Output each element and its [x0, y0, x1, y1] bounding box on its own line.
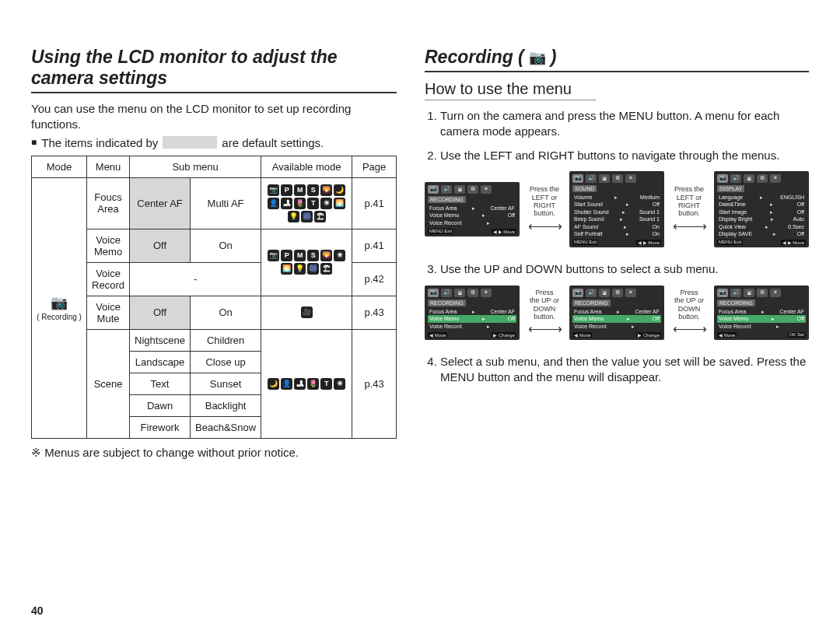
- lcd-row: Display SAVE▸Off: [717, 230, 806, 237]
- mode-chip-icon: S: [307, 250, 319, 261]
- th-mode: Mode: [32, 156, 87, 177]
- arrow-lr-icon: ⟵⟶: [670, 219, 708, 233]
- lcd-footer: MENU Exit◀ ▶ Move: [572, 240, 661, 245]
- scene-3-0: Dawn: [130, 394, 191, 416]
- scene-1-0: Landscape: [130, 351, 191, 373]
- mode-chip-icon: 🎥: [301, 306, 313, 318]
- mode-chip-icon: 🌅: [334, 198, 345, 209]
- lcd-row: Shutter Sound▸Sound 1: [572, 208, 661, 215]
- steps-list: Turn on the camera and press the MENU bu…: [425, 108, 809, 163]
- arrow-hint-lr: Press the LEFT or RIGHT button. ⟵⟶: [670, 185, 708, 233]
- lcd-panel-title: DISPLAY: [717, 185, 744, 192]
- steps-list-2: Use the UP and DOWN buttons to select a …: [425, 261, 809, 277]
- lcd-recording-sel: 📷🔊🖥⚙✶RECORDINGFocus Area▸Center AFVoice …: [425, 285, 520, 340]
- right-heading-text: Recording (: [425, 47, 524, 68]
- lcd-tab-icon: 🖥: [599, 174, 610, 183]
- scene-available: 🌙👤🏞🌷T☀: [261, 329, 352, 438]
- settings-table: Mode Menu Sub menu Available mode Page 📷…: [31, 156, 397, 439]
- lcd-row: Voice Record▸: [428, 323, 516, 330]
- lcd-tab-icon: ⚙: [757, 289, 768, 297]
- arrow-hint-lr: Press the LEFT or RIGHT button. ⟵⟶: [526, 185, 563, 233]
- lcd-tab-icon: 📷: [717, 289, 728, 297]
- page-number: 40: [31, 604, 44, 617]
- lcd-tab-icon: 📷: [428, 289, 439, 297]
- arrow-lr-icon: ⟵⟶: [670, 322, 708, 336]
- lcd-tab-icon: ⚙: [467, 185, 478, 194]
- mode-chip-icon: ⛱: [314, 211, 326, 222]
- right-heading-close: ): [551, 47, 557, 68]
- lcd-tab-icon: 🖥: [454, 289, 465, 297]
- lcd-row: AF Sound▸On: [572, 223, 661, 230]
- arrow-hint-ud: Press the UP or DOWN button. ⟵⟶: [670, 289, 708, 337]
- bullet-square-icon: ■: [31, 137, 37, 148]
- focus-area-page: p.41: [352, 177, 397, 229]
- lcd-recording: 📷🔊🖥⚙✶RECORDINGFocus Area▸Center AFVoice …: [425, 182, 520, 236]
- right-heading: Recording ( 📷 ): [425, 47, 809, 72]
- lcd-row: Volume▸Medium: [572, 194, 661, 201]
- default-settings-note: ■ The items indicated by are default set…: [31, 136, 397, 149]
- lcd-footer: MENU Exit◀ ▶ Move: [428, 229, 516, 234]
- lcd-tab-icon: 🖥: [454, 185, 465, 194]
- mode-label: ( Recording ): [37, 313, 82, 321]
- default-note-pre: The items indicated by: [41, 136, 158, 149]
- lcd-row: Start Sound▸Off: [572, 201, 661, 208]
- lcd-tab-icon: 🔊: [441, 289, 452, 297]
- arrow-hint-lr-text: Press the LEFT or RIGHT button.: [526, 185, 563, 217]
- voice-mute-available: 🎥: [261, 296, 352, 329]
- lcd-tab-icon: 📷: [717, 174, 728, 183]
- lcd-recording-set: 📷🔊🖥⚙✶RECORDINGFocus Area▸Center AFVoice …: [714, 285, 809, 340]
- step-3: Use the UP and DOWN buttons to select a …: [440, 261, 809, 277]
- lcd-tab-icon: 🔊: [441, 185, 452, 194]
- voice-mute-default: Off: [130, 296, 191, 329]
- arrow-hint-ud-text: Press the UP or DOWN button.: [526, 289, 563, 321]
- lcd-tab-icon: 🔊: [586, 289, 597, 297]
- scene-2-0: Text: [130, 373, 191, 394]
- menu-voice-mute: Voice Mute: [87, 296, 130, 329]
- mode-cell: 📷 ( Recording ): [32, 177, 87, 438]
- scene-page: p.43: [352, 329, 397, 438]
- lcd-row: Language▸ENGLISH: [717, 194, 806, 201]
- right-subheading: How to use the menu: [425, 80, 596, 100]
- voice-memo-available: 📷PMS🌄☀🌅💡🎆⛱: [261, 229, 352, 296]
- lcd-tab-icon: ✶: [625, 174, 636, 183]
- lcd-row: Voice Memo▸Off: [572, 315, 661, 322]
- mode-chip-icon: 🌅: [281, 263, 292, 275]
- menu-voice-memo: Voice Memo: [87, 229, 130, 262]
- lcd-tab-icon: 🔊: [586, 174, 597, 183]
- lcd-recording-sel: 📷🔊🖥⚙✶RECORDINGFocus Area▸Center AFVoice …: [569, 285, 664, 340]
- mode-chip-icon: 🏞: [281, 198, 292, 209]
- left-intro: You can use the menu on the LCD monitor …: [31, 101, 397, 133]
- lcd-row: Voice Memo▸Off: [428, 212, 516, 219]
- scene-3-1: Backlight: [191, 394, 261, 416]
- voice-memo-default: Off: [130, 229, 191, 262]
- step-1: Turn on the camera and press the MENU bu…: [440, 108, 809, 140]
- lcd-tab-icon: ✶: [770, 174, 781, 183]
- camera-icon: 📷: [51, 294, 68, 311]
- mode-chip-icon: 📷: [268, 184, 279, 196]
- arrow-hint-lr-text: Press the LEFT or RIGHT button.: [670, 185, 708, 217]
- lcd-tab-icon: 🖥: [744, 289, 754, 297]
- mode-chip-icon: 👤: [268, 198, 279, 209]
- lcd-footer: ◀ Move▶ Change: [572, 332, 661, 338]
- scene-0-0: Nightscene: [130, 329, 191, 351]
- lcd-tab-icon: ✶: [625, 289, 636, 297]
- lcd-tab-icon: ⚙: [467, 289, 478, 297]
- mode-chip-icon: 💡: [288, 211, 299, 222]
- default-note-post: are default settings.: [222, 136, 324, 149]
- mode-chip-icon: T: [320, 378, 332, 390]
- lcd-panel-title: RECORDING: [572, 299, 611, 306]
- lcd-row: Date&Time▸Off: [717, 201, 806, 208]
- lcd-footer: ◀ MoveOK Set: [717, 332, 806, 338]
- scene-0-1: Children: [191, 329, 261, 351]
- lcd-row: Voice Memo▸Off: [428, 315, 516, 322]
- lcd-sound: 📷🔊🖥⚙✶SOUNDVolume▸MediumStart Sound▸OffSh…: [569, 171, 664, 248]
- focus-area-default: Center AF: [130, 177, 191, 229]
- default-color-chip: [163, 136, 217, 149]
- lcd-tab-icon: 🖥: [744, 174, 754, 183]
- voice-record-dash: -: [130, 262, 261, 296]
- voice-mute-page: p.43: [352, 296, 397, 329]
- th-page: Page: [352, 156, 397, 177]
- left-heading-text: Using the LCD monitor to adjust the came…: [31, 47, 397, 89]
- lcd-tab-icon: 🔊: [730, 289, 741, 297]
- scene-4-1: Beach&Snow: [191, 416, 261, 438]
